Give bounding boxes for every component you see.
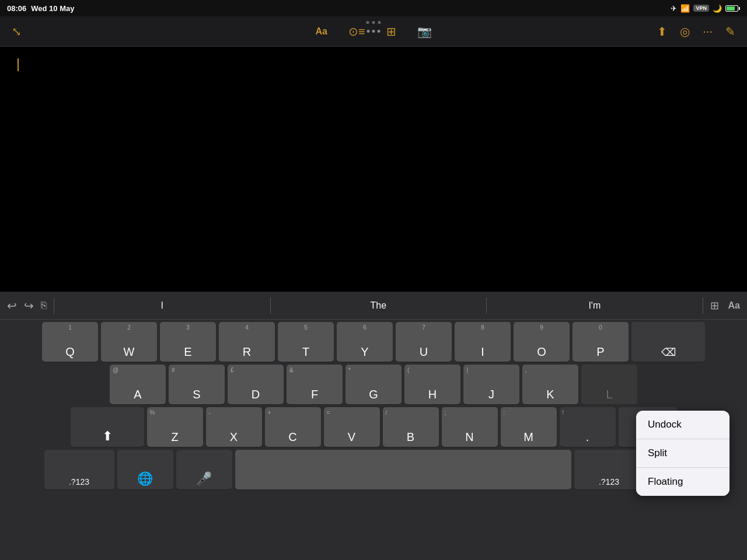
key-x[interactable]: -X [206,407,262,447]
text-cursor [18,58,19,71]
autocorrect-suggestion-2[interactable]: The [271,300,487,311]
key-k[interactable]: ,K [522,365,578,404]
status-time: 08:06 [7,4,26,13]
key-row-2: @A #S £D &F *G (H )J ,K 'L [2,365,745,404]
autocorrect-suggestion-3[interactable]: I'm [487,300,703,311]
key-h[interactable]: (H [404,365,460,404]
redo-button[interactable]: ↪ [24,299,34,313]
key-123-left[interactable]: .?123 [44,450,114,489]
key-l[interactable]: 'L [581,365,637,404]
share-button[interactable]: ⬆ [657,24,667,38]
key-e[interactable]: 3E [160,322,216,362]
key-z[interactable]: %Z [147,407,203,447]
key-w[interactable]: 2W [101,322,157,362]
key-j[interactable]: )J [463,365,519,404]
battery-indicator [725,5,740,12]
new-note-button[interactable]: ✎ [725,24,735,38]
undo-button[interactable]: ↩ [7,299,17,313]
keyboard-popup: Undock Split Floating [636,411,729,496]
key-g[interactable]: *G [345,365,402,404]
key-t[interactable]: 5T [278,322,334,362]
key-mic[interactable]: 🎤 [176,450,232,489]
format-button[interactable]: Aa [315,26,327,37]
wifi-icon: 📶 [680,4,690,13]
key-u[interactable]: 7U [396,322,452,362]
autocorrect-bar: ↩ ↪ ⎘ I The I'm ⊞ Aa [0,292,747,320]
key-row-3: ⬆ %Z -X +C =V /B ;N :M !. [2,407,745,447]
key-q[interactable]: 1Q [42,322,98,362]
format-aa-button[interactable]: Aa [728,300,740,311]
status-date: Wed 10 May [31,4,74,13]
key-c[interactable]: +C [265,407,321,447]
moon-icon: 🌙 [713,4,722,13]
key-m[interactable]: :M [501,407,557,447]
key-rows: 1Q 2W 3E 4R 5T 6Y 7U 8I 9O 0P ⌫ @A #S £D… [0,320,747,447]
key-b[interactable]: /B [383,407,439,447]
popup-split[interactable]: Split [636,439,729,468]
camera-button[interactable]: 📷 [417,24,432,38]
key-period[interactable]: !. [560,407,616,447]
shrink-icon[interactable]: ⤡ [12,24,22,38]
key-space[interactable] [235,450,571,489]
keyboard-grid-button[interactable]: ⊞ [710,299,719,312]
key-123-right[interactable]: .?123 [574,450,644,489]
key-f[interactable]: &F [287,365,343,404]
popup-floating[interactable]: Floating [636,468,729,496]
popup-undock[interactable]: Undock [636,411,729,439]
key-globe[interactable]: 🌐 [117,450,173,489]
key-row-1: 1Q 2W 3E 4R 5T 6Y 7U 8I 9O 0P ⌫ [2,322,745,362]
airplane-icon: ✈ [671,4,677,13]
vpn-badge: VPN [693,5,709,12]
navigate-button[interactable]: ◎ [680,24,690,38]
notes-toolbar: ⤡ Aa ⊙≡ ⊞ 📷 ⬆ ◎ ··· ✎ [0,16,747,47]
bottom-row: .?123 🌐 🎤 .?123 ⌨ [0,447,747,494]
key-n[interactable]: ;N [442,407,498,447]
checklist-button[interactable]: ⊙≡ [348,24,365,38]
key-d[interactable]: £D [228,365,284,404]
key-r[interactable]: 4R [219,322,275,362]
key-v[interactable]: =V [324,407,380,447]
key-delete[interactable]: ⌫ [631,322,705,362]
autocorrect-suggestion-1[interactable]: I [54,300,270,311]
key-p[interactable]: 0P [573,322,629,362]
key-i[interactable]: 8I [455,322,511,362]
content-area[interactable] [0,47,747,292]
key-s[interactable]: #S [169,365,225,404]
key-o[interactable]: 9O [514,322,570,362]
more-button[interactable]: ··· [703,24,713,38]
keyboard-area: ↩ ↪ ⎘ I The I'm ⊞ Aa 1Q 2W 3E 4R 5T 6Y 7… [0,292,747,560]
key-y[interactable]: 6Y [337,322,393,362]
table-button[interactable]: ⊞ [386,24,396,38]
key-shift[interactable]: ⬆ [71,407,144,447]
paste-button[interactable]: ⎘ [41,300,47,312]
key-a[interactable]: @A [110,365,166,404]
status-bar: 08:06 Wed 10 May ✈ 📶 VPN 🌙 [0,0,747,16]
